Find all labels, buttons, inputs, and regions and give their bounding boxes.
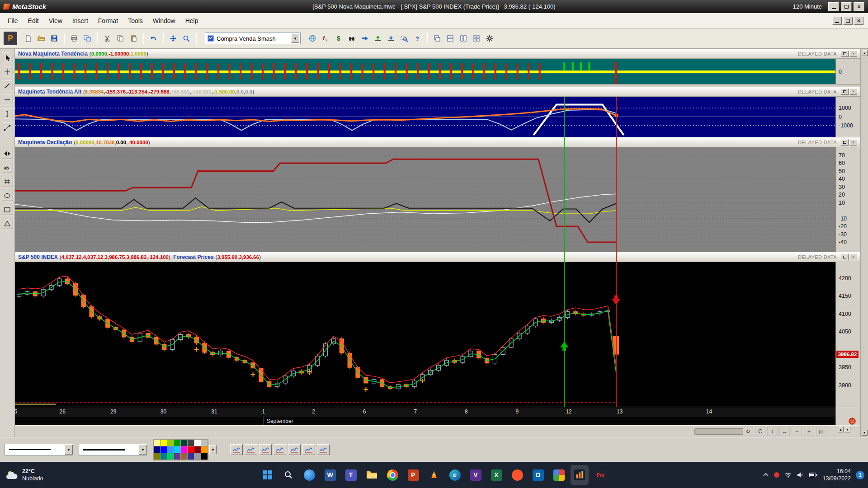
palette-color-swatch[interactable] [188, 453, 194, 460]
wifi-icon[interactable] [784, 472, 792, 478]
window-restore-button[interactable] [841, 2, 852, 11]
auto-scale-button[interactable]: C [755, 427, 765, 436]
download-button[interactable] [385, 33, 397, 44]
taskbar-brave-icon[interactable] [508, 465, 526, 485]
tool-text-button[interactable]: ab [2, 162, 13, 173]
palette-color-swatch[interactable] [201, 453, 208, 460]
scroll-down-icon[interactable]: ▼ [862, 430, 868, 436]
taskbar-photos-icon[interactable] [550, 465, 568, 485]
tileg-button[interactable] [471, 33, 482, 44]
palette-color-swatch[interactable] [174, 453, 180, 460]
panel-close-button[interactable]: × [849, 89, 857, 95]
quick-chart-5-button[interactable] [288, 444, 301, 455]
tool-grid-button[interactable] [2, 176, 13, 187]
palette-color-swatch[interactable] [160, 453, 167, 460]
notification-badge[interactable]: 1 [856, 471, 864, 479]
zoom-out-button[interactable]: − [792, 427, 802, 436]
upload-button[interactable] [372, 33, 384, 44]
scale-down-button[interactable]: ▼ [844, 427, 850, 432]
scrollbar-thumb[interactable] [694, 428, 745, 435]
line-style-dropdown-arrow[interactable]: ▼ [65, 445, 73, 455]
palette-color-swatch[interactable] [181, 440, 187, 446]
undo-button[interactable] [147, 33, 159, 44]
chart-osc[interactable] [15, 147, 835, 252]
web-button[interactable] [307, 33, 318, 44]
taskbar-teams-icon[interactable]: T [342, 465, 360, 485]
fit-vertical-button[interactable]: ↕ [767, 427, 778, 436]
delayed-status-icon[interactable] [849, 418, 856, 425]
tool-pointer-button[interactable] [2, 52, 13, 63]
taskbar-profit-pro-icon[interactable]: Pro [591, 465, 609, 485]
quick-chart-1-button[interactable] [230, 444, 243, 455]
cut-button[interactable] [101, 33, 113, 44]
refresh-button[interactable]: ↻ [743, 427, 753, 436]
print-button[interactable] [68, 33, 80, 44]
taskbar-excel-icon[interactable]: X [487, 465, 505, 485]
tray-clock[interactable]: 16:04 13/09/2022 [822, 468, 851, 483]
fx-button[interactable]: fx [320, 33, 331, 44]
panel-close-button[interactable]: × [849, 51, 857, 57]
pan-mode-button[interactable]: ↔ [779, 427, 790, 436]
palette-color-swatch[interactable] [167, 446, 174, 453]
battery-icon[interactable] [809, 472, 817, 478]
layout-button[interactable]: ▤ [816, 427, 826, 436]
explore-button[interactable] [346, 33, 358, 44]
expert-advisor-select[interactable]: Compra Venda Smash ▼ [205, 33, 301, 44]
tileh-button[interactable] [444, 33, 456, 44]
menu-item-tools[interactable]: Tools [123, 14, 148, 28]
panel-restore-button[interactable] [841, 254, 849, 260]
go-button[interactable] [359, 33, 371, 44]
tool-vline-button[interactable] [2, 108, 13, 119]
palette-color-swatch[interactable] [194, 453, 201, 460]
help-button[interactable]: ? [411, 33, 423, 44]
taskbar-word-icon[interactable]: W [321, 465, 339, 485]
palette-color-swatch[interactable] [181, 446, 187, 453]
panel-restore-button[interactable] [841, 89, 849, 95]
palette-dropdown-arrow[interactable]: ▼ [209, 445, 217, 454]
palette-color-swatch[interactable] [154, 440, 160, 446]
chart-price[interactable] [15, 262, 835, 407]
volume-icon[interactable] [797, 472, 804, 478]
open-button[interactable] [35, 33, 47, 44]
tool-cycle-button[interactable] [2, 122, 13, 133]
menu-item-insert[interactable]: Insert [67, 14, 93, 28]
line-style-select[interactable]: ▼ [5, 444, 73, 455]
child-minimize-button[interactable] [832, 17, 842, 25]
panel-restore-button[interactable] [841, 139, 849, 145]
panel-close-button[interactable]: × [849, 139, 857, 145]
palette-color-swatch[interactable] [174, 446, 180, 453]
palette-color-swatch[interactable] [201, 446, 208, 453]
line-weight-dropdown-arrow[interactable]: ▼ [139, 445, 147, 455]
taskbar-powerpoint-icon[interactable]: P [404, 465, 422, 485]
taskbar-chrome-icon[interactable] [383, 465, 401, 485]
palette-color-swatch[interactable] [201, 440, 208, 446]
y-axis-price[interactable]: 4200415041004050395039003986.82 [835, 262, 860, 407]
menu-item-file[interactable]: File [3, 14, 23, 28]
child-close-button[interactable]: × [854, 17, 863, 25]
panel-close-button[interactable]: × [849, 254, 857, 260]
tray-chevron-icon[interactable] [763, 472, 769, 478]
palette-color-swatch[interactable] [188, 446, 194, 453]
tool-trendline-button[interactable] [2, 80, 13, 91]
menu-item-view[interactable]: View [44, 14, 67, 28]
layout-button[interactable] [81, 33, 93, 44]
tool-triangle-button[interactable] [2, 218, 13, 229]
pan-button[interactable] [167, 33, 179, 44]
palette-color-swatch[interactable] [194, 446, 201, 453]
right-scrollbar[interactable]: ▲ ▼ [860, 49, 868, 437]
palette-color-swatch[interactable] [174, 440, 180, 446]
palette-color-swatch[interactable] [167, 440, 174, 446]
palette-color-swatch[interactable] [194, 440, 201, 446]
window-close-button[interactable]: × [854, 2, 864, 11]
quick-chart-2-button[interactable] [245, 444, 257, 455]
chart-alt[interactable] [15, 97, 835, 137]
tool-ellipse-button[interactable] [2, 190, 13, 201]
taskbar-vlc-icon[interactable] [425, 465, 443, 485]
taskbar-circle-app-icon[interactable] [300, 465, 318, 485]
taskbar-start-icon[interactable] [259, 465, 277, 485]
taskbar-metastock-icon[interactable] [571, 465, 589, 485]
taskbar-search-icon[interactable] [279, 465, 297, 485]
palette-color-swatch[interactable] [160, 440, 167, 446]
menu-item-help[interactable]: Help [180, 14, 203, 28]
tool-rect-button[interactable] [2, 204, 13, 215]
